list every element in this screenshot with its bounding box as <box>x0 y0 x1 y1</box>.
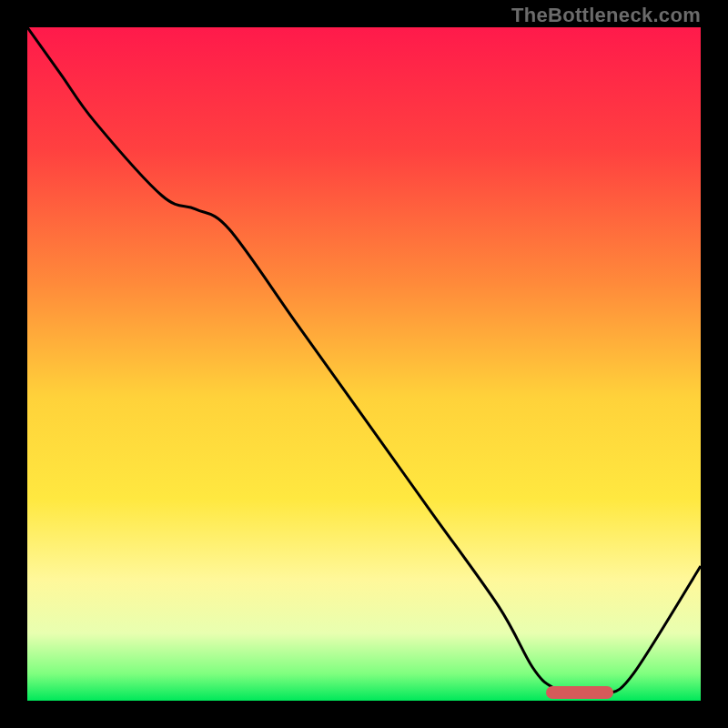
plot-area <box>27 27 701 701</box>
gradient-background <box>27 27 701 701</box>
watermark-text: TheBottleneck.com <box>511 4 701 27</box>
optimal-range-marker <box>546 686 613 699</box>
plot-frame: TheBottleneck.com <box>0 0 728 728</box>
svg-rect-0 <box>27 27 701 701</box>
